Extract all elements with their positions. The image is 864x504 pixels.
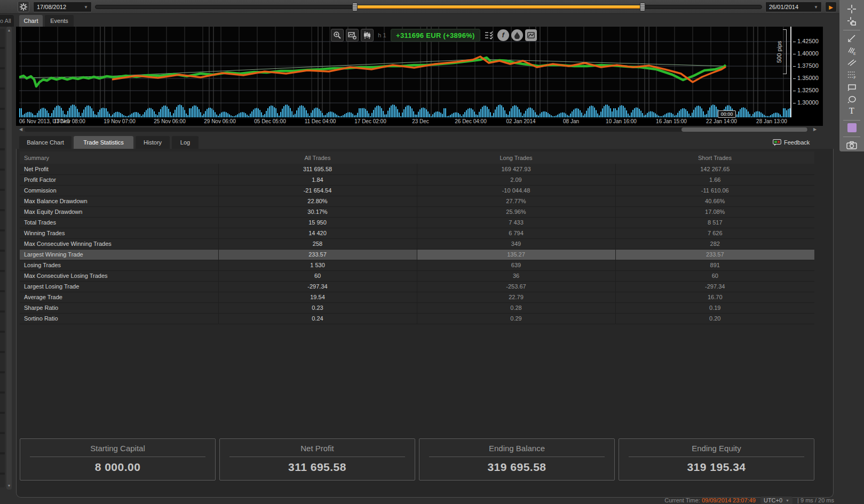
tab-balance-chart[interactable]: Balance Chart (19, 136, 72, 149)
table-row[interactable]: Losing Trades1 530639891 (20, 260, 814, 270)
scroll-up-icon[interactable]: ▲ (6, 28, 12, 33)
scroll-left-icon[interactable]: ◀ (19, 127, 22, 132)
svg-text:E: E (853, 52, 856, 55)
screenshot-tool[interactable] (844, 139, 860, 150)
equity-chart[interactable]: h 1 +311696 EUR (+3896%) f (19, 27, 791, 117)
tab-history[interactable]: History (136, 136, 170, 149)
range-handle-start[interactable] (352, 3, 358, 11)
card-starting-capital: Starting Capital 8 000.00 (20, 438, 216, 481)
card-label: Net Profit (220, 444, 415, 453)
elliott-wave-tool[interactable]: E (844, 45, 860, 56)
table-row[interactable]: Total Trades15 9507 4338 517 (20, 217, 814, 228)
chart-scrollbar-thumb[interactable] (681, 127, 807, 132)
table-row[interactable]: Largest Losing Trade-297.34-253.67-297.3… (20, 281, 814, 292)
cell-long: 639 (417, 260, 615, 270)
cell-short: 16.70 (615, 292, 814, 302)
cell-label: Sharpe Ratio (20, 302, 218, 313)
text-tool[interactable]: T (844, 106, 860, 117)
rectangle-icon (847, 82, 857, 92)
parallel-lines-icon (847, 58, 857, 67)
table-row[interactable]: Net Profit311 695.58169 427.93142 267.65 (20, 164, 814, 174)
cell-label: Max Consecutive Winning Trades (20, 238, 218, 249)
card-value: 8 000.00 (20, 461, 215, 474)
table-row[interactable]: Sortino Ratio0.240.290.20 (20, 313, 814, 324)
range-handle-end[interactable] (640, 3, 645, 11)
current-time-label: Current Time: (664, 497, 700, 503)
scale-bracket (783, 29, 787, 74)
date-range-slider[interactable] (95, 5, 762, 9)
magnifier-icon (333, 31, 342, 39)
rectangle-tool[interactable] (844, 81, 860, 92)
table-row[interactable]: Max Balance Drawdown22.80%27.77%40.66% (20, 196, 814, 206)
timeframe-indicator[interactable]: h 1 (376, 29, 389, 42)
cell-label: Commission (20, 185, 218, 196)
cell-short: 0.19 (615, 302, 814, 313)
latency-value: 9 ms / 20 ms (800, 497, 834, 503)
crosshair-tool[interactable] (844, 4, 860, 15)
col-short-trades[interactable]: Short Trades (615, 151, 814, 164)
tab-log[interactable]: Log (172, 136, 199, 149)
table-row[interactable]: Average Trade19.5422.7916.70 (20, 292, 814, 302)
color-swatch-button[interactable] (844, 123, 860, 134)
droplet-icon (514, 31, 520, 39)
start-date-input[interactable]: 17/08/2012 ▼ (33, 2, 92, 12)
left-scrollbar[interactable] (6, 27, 12, 490)
table-row[interactable]: Max Consecutive Winning Trades258349282 (20, 238, 814, 249)
col-summary[interactable]: Summary (20, 151, 218, 164)
function-button[interactable]: f (497, 29, 509, 41)
crosshair-box-tool[interactable] (844, 16, 860, 27)
cell-all: 14 420 (218, 228, 417, 238)
cell-label: Largest Losing Trade (20, 281, 218, 292)
date-range-selected[interactable] (355, 5, 643, 9)
theme-button[interactable] (511, 29, 523, 41)
tab-chart[interactable]: Chart (19, 15, 43, 27)
end-date-input[interactable]: 26/01/2014 ▼ (765, 2, 822, 12)
chevron-down-icon[interactable]: ▼ (808, 5, 818, 10)
snapshot-button[interactable] (525, 29, 537, 41)
orders-list-button[interactable] (482, 29, 495, 42)
clipped-left-tab-label: o All (0, 18, 11, 24)
zoom-button[interactable] (331, 29, 344, 42)
settings-gear-button[interactable] (18, 1, 29, 12)
tab-trade-statistics-label: Trade Statistics (83, 139, 123, 146)
cell-long: 135.27 (417, 249, 615, 260)
time-axis[interactable]: 06 Nov 2013, UTC+013 Nov 08:0019 Nov 07:… (19, 118, 820, 125)
chevron-down-icon[interactable]: ▼ (78, 5, 88, 10)
table-row[interactable]: Profit Factor1.842.091.66 (20, 174, 814, 185)
table-row[interactable]: Sharpe Ratio0.230.280.19 (20, 302, 814, 313)
text-tool-icon: T (849, 106, 854, 116)
chart-type-button[interactable] (361, 29, 374, 42)
sidebar-divider (843, 120, 860, 121)
parallel-lines-tool[interactable] (844, 57, 860, 68)
tab-trade-statistics[interactable]: Trade Statistics (74, 136, 133, 149)
feedback-button[interactable]: Feedback (773, 137, 810, 148)
fibonacci-tool[interactable]: F (844, 69, 860, 81)
current-time-value: 09/09/2014 23:07:49 (702, 497, 756, 503)
scroll-down-icon[interactable]: ▼ (6, 483, 12, 489)
table-row[interactable]: Winning Trades14 4206 7947 626 (20, 228, 814, 238)
card-net-profit: Net Profit 311 695.58 (219, 438, 415, 481)
col-long-trades[interactable]: Long Trades (417, 151, 615, 164)
ellipse-tool[interactable] (844, 93, 860, 105)
timezone-select[interactable]: UTC+0 ▼ (760, 497, 792, 504)
photo-icon (527, 32, 535, 38)
cell-label: Max Balance Drawdown (20, 196, 218, 206)
tab-events[interactable]: Events (45, 15, 74, 27)
card-value: 311 695.58 (220, 461, 415, 474)
clipped-left-tab[interactable]: o All (0, 15, 14, 27)
price-tick-label: 1.40000 (793, 50, 819, 57)
play-button[interactable]: ▶ (825, 2, 837, 12)
price-axis[interactable]: 1.425001.400001.375001.350001.325001.300… (791, 27, 823, 117)
table-row[interactable]: Max Consecutive Losing Trades603660 (20, 270, 814, 281)
card-label: Starting Capital (20, 444, 215, 453)
chart-settings-button[interactable] (346, 29, 359, 42)
cell-short: 142 267.65 (615, 164, 814, 174)
table-row[interactable]: Max Equity Drawdown30.17%25.96%17.08% (20, 206, 814, 217)
chart-scrollbar-track[interactable] (25, 127, 808, 132)
col-all-trades[interactable]: All Trades (218, 151, 417, 164)
table-row[interactable]: Largest Winning Trade233.57135.27233.57 (20, 249, 814, 260)
table-row[interactable]: Commission-21 654.54-10 044.48-11 610.06 (20, 185, 814, 196)
cell-label: Max Consecutive Losing Trades (20, 270, 218, 281)
trendline-tool[interactable] (844, 33, 860, 44)
scroll-right-icon[interactable]: ▶ (813, 127, 817, 132)
